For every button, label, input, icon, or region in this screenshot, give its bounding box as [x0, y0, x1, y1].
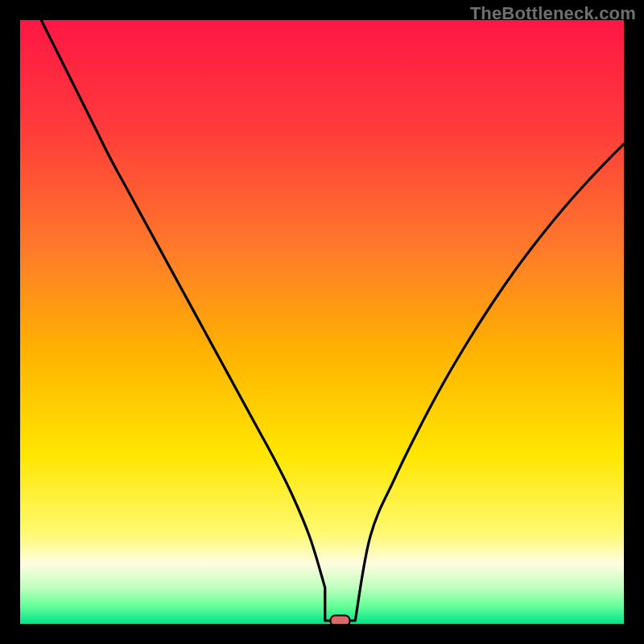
chart-frame: TheBottleneck.com — [0, 0, 644, 644]
plot-area — [20, 20, 624, 624]
optimum-marker — [331, 616, 350, 625]
gradient-background — [20, 20, 624, 624]
bottleneck-chart — [20, 20, 624, 624]
